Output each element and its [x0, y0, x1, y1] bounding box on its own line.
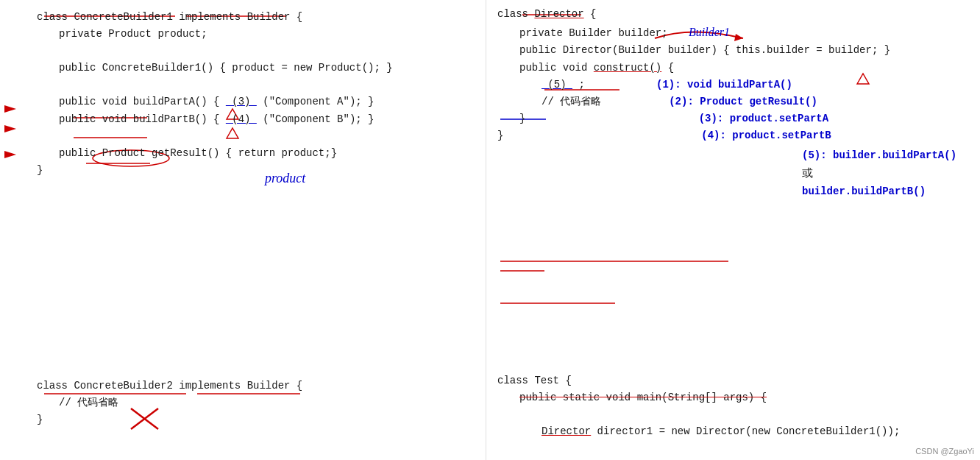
code-line [37, 77, 474, 93]
code-line: } [37, 411, 474, 428]
code-text: private Builder builder; [519, 27, 668, 39]
annotation-text-1: (1): void buildPartA() [656, 79, 792, 91]
code-line-buildparta: public void buildPartA() { (3) ("Compone… [37, 93, 474, 110]
right-panel: class Director { private Builder builder… [486, 0, 980, 460]
handwriting-text: product [265, 171, 305, 185]
code-line: public Director(Builder builder) { this.… [497, 42, 968, 59]
code-line: private Builder builder; Builder1 [497, 23, 968, 42]
code-line: (5) ; (1): void buildPartA() [497, 77, 968, 93]
concrete-builder2-block: class ConcreteBuilder2 implements Builde… [37, 378, 474, 428]
left-panel: class ConcreteBuilder1 implements Builde… [0, 0, 486, 460]
annotation-text-3: (3): product.setPartA [699, 113, 828, 124]
code-line [497, 406, 968, 423]
code-line-construct-call: director1.construct(); [497, 458, 968, 460]
code-text: public void construct() { [519, 62, 674, 74]
code-line: // 代码省略 [37, 394, 474, 411]
code-line [37, 128, 474, 145]
handwriting-annotation-product: product [265, 171, 305, 186]
code-text: public Director(Builder builder) { this.… [519, 44, 890, 56]
watermark: CSDN @ZgaoYi [915, 447, 974, 456]
code-text: // 代码省略 [59, 397, 118, 408]
main-container: class ConcreteBuilder1 implements Builde… [0, 0, 980, 460]
code-text: class ConcreteBuilder2 implements Builde… [37, 380, 302, 392]
code-line: class ConcreteBuilder1 implements Builde… [37, 9, 474, 26]
code-text: public static void main(String[] args) { [519, 392, 767, 403]
code-line-buildpartb: public void buildPartB() { (4) ("Compone… [37, 111, 474, 128]
code-text: private Product product; [59, 28, 207, 40]
code-line: } (3): product.setPartA [497, 110, 968, 127]
code-line: public static void main(String[] args) { [497, 389, 968, 406]
code-line: } [37, 162, 474, 179]
code-line: class ConcreteBuilder2 implements Builde… [37, 378, 474, 394]
code-line [37, 43, 474, 60]
code-text: (5) ; [542, 79, 628, 91]
code-line: public ConcreteBuilder1() { product = ne… [37, 60, 474, 77]
svg-marker-2 [4, 151, 16, 158]
concrete-builder1-block: class ConcreteBuilder1 implements Builde… [37, 9, 474, 179]
svg-marker-0 [4, 105, 16, 113]
code-line-test-class: class Test { [497, 372, 968, 389]
annotation-5b: builder.buildPartB() [802, 183, 956, 201]
code-line: } (4): product.setPartB [497, 127, 968, 144]
code-line [497, 440, 968, 457]
annotation-or: 或 [802, 165, 956, 184]
code-text: public ConcreteBuilder1() { product = ne… [59, 62, 393, 74]
svg-marker-1 [4, 125, 16, 132]
code-line: // 代码省略 (2): Product getResult() [497, 93, 968, 110]
annotation-text-4: (4): product.setPartB [701, 130, 831, 141]
code-text: Director director1 = new Director(new Co… [542, 425, 900, 437]
code-line: private Product product; [37, 26, 474, 43]
annotation-5: (5): builder.buildPartA() [802, 147, 956, 165]
code-line-construct: public void construct() { [497, 60, 968, 77]
code-text: class Test { [497, 375, 572, 386]
annotation-text-2: (2): Product getResult() [669, 96, 817, 107]
code-line-director-class: class Director { [497, 6, 968, 23]
code-text: public void buildPartA() { (3) ("Compone… [59, 96, 374, 107]
code-text: public void buildPartB() { (4) ("Compone… [59, 113, 374, 125]
code-text: class ConcreteBuilder1 implements Builde… [37, 11, 302, 23]
test-block: class Test { public static void main(Str… [497, 372, 968, 460]
code-line-director1: Director director1 = new Director(new Co… [497, 423, 968, 440]
code-text: class Director { [497, 8, 596, 20]
annotations-block: (5): builder.buildPartA() 或 builder.buil… [802, 147, 956, 201]
handwriting-builder1: Builder1 [689, 26, 730, 38]
director-block: class Director { private Builder builder… [497, 6, 968, 144]
code-text: public Product getResult() { return prod… [59, 147, 337, 159]
code-text: // 代码省略 [542, 96, 626, 107]
code-line-getresult: public Product getResult() { return prod… [37, 145, 474, 162]
